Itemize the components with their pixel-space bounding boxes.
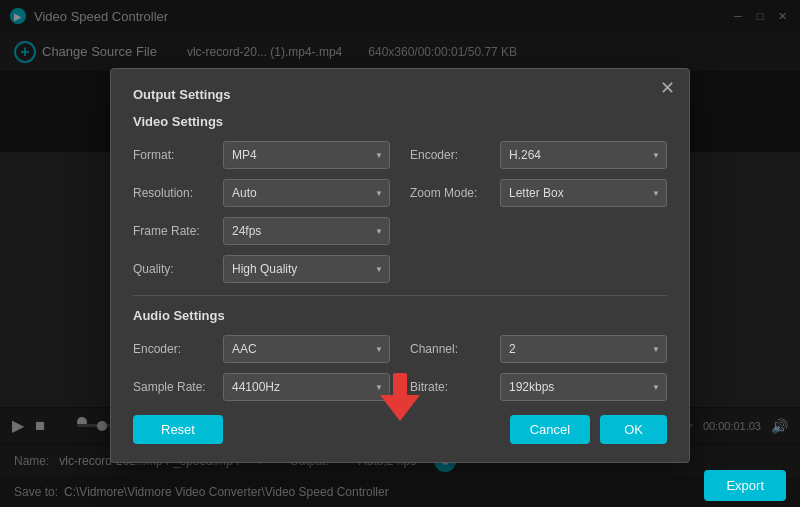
encoder-label: Encoder: [410, 148, 492, 162]
empty-cell [410, 217, 667, 245]
modal-overlay: ✕ Output Settings Video Settings Format:… [0, 0, 800, 507]
format-label: Format: [133, 148, 215, 162]
dialog-close-button[interactable]: ✕ [660, 79, 675, 97]
audio-encoder-label: Encoder: [133, 342, 215, 356]
dialog-title: Output Settings [133, 87, 667, 102]
ok-button[interactable]: OK [600, 415, 667, 444]
audio-encoder-select-wrapper: AAC [223, 335, 390, 363]
resolution-select[interactable]: Auto [223, 179, 390, 207]
audio-encoder-select[interactable]: AAC [223, 335, 390, 363]
bitrate-select-wrapper: 192kbps [500, 373, 667, 401]
channel-label: Channel: [410, 342, 492, 356]
arrow-indicator [380, 373, 420, 421]
bitrate-select[interactable]: 192kbps [500, 373, 667, 401]
arrow-head [380, 395, 420, 421]
frame-rate-row: Frame Rate: 24fps [133, 217, 390, 245]
resolution-label: Resolution: [133, 186, 215, 200]
zoom-mode-row: Zoom Mode: Letter Box [410, 179, 667, 207]
arrow-shaft [393, 373, 407, 395]
sample-rate-select-wrapper: 44100Hz [223, 373, 390, 401]
resolution-select-wrapper: Auto [223, 179, 390, 207]
zoom-mode-select[interactable]: Letter Box [500, 179, 667, 207]
encoder-select-wrapper: H.264 [500, 141, 667, 169]
quality-select-wrapper: High Quality [223, 255, 390, 283]
zoom-mode-label: Zoom Mode: [410, 186, 492, 200]
bitrate-row: Bitrate: 192kbps [410, 373, 667, 401]
format-select-wrapper: MP4 [223, 141, 390, 169]
channel-row: Channel: 2 [410, 335, 667, 363]
resolution-row: Resolution: Auto [133, 179, 390, 207]
video-settings-grid: Format: MP4 Encoder: H.264 Resolution: [133, 141, 667, 283]
sample-rate-select[interactable]: 44100Hz [223, 373, 390, 401]
quality-row: Quality: High Quality [133, 255, 390, 283]
reset-button[interactable]: Reset [133, 415, 223, 444]
export-button[interactable]: Export [704, 470, 786, 501]
audio-section-title: Audio Settings [133, 308, 667, 323]
video-section-title: Video Settings [133, 114, 667, 129]
sample-rate-row: Sample Rate: 44100Hz [133, 373, 390, 401]
quality-select[interactable]: High Quality [223, 255, 390, 283]
quality-label: Quality: [133, 262, 215, 276]
frame-rate-select[interactable]: 24fps [223, 217, 390, 245]
sample-rate-label: Sample Rate: [133, 380, 215, 394]
format-row: Format: MP4 [133, 141, 390, 169]
channel-select[interactable]: 2 [500, 335, 667, 363]
zoom-mode-select-wrapper: Letter Box [500, 179, 667, 207]
channel-select-wrapper: 2 [500, 335, 667, 363]
dialog-action-buttons: Cancel OK [510, 415, 667, 444]
frame-rate-select-wrapper: 24fps [223, 217, 390, 245]
cancel-button[interactable]: Cancel [510, 415, 590, 444]
frame-rate-label: Frame Rate: [133, 224, 215, 238]
encoder-row: Encoder: H.264 [410, 141, 667, 169]
section-divider [133, 295, 667, 296]
format-select[interactable]: MP4 [223, 141, 390, 169]
encoder-select[interactable]: H.264 [500, 141, 667, 169]
audio-encoder-row: Encoder: AAC [133, 335, 390, 363]
bitrate-label: Bitrate: [410, 380, 492, 394]
